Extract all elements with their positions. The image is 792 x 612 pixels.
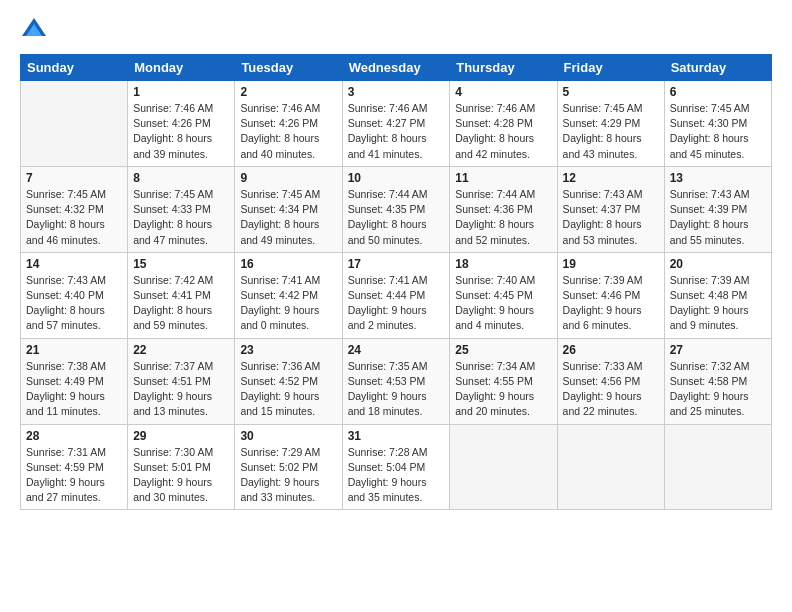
calendar-cell: 15Sunrise: 7:42 AMSunset: 4:41 PMDayligh…	[128, 252, 235, 338]
day-number: 24	[348, 343, 445, 357]
calendar-cell: 21Sunrise: 7:38 AMSunset: 4:49 PMDayligh…	[21, 338, 128, 424]
calendar-cell: 23Sunrise: 7:36 AMSunset: 4:52 PMDayligh…	[235, 338, 342, 424]
day-info: Sunrise: 7:44 AMSunset: 4:36 PMDaylight:…	[455, 187, 551, 248]
day-info: Sunrise: 7:46 AMSunset: 4:26 PMDaylight:…	[240, 101, 336, 162]
day-number: 18	[455, 257, 551, 271]
day-info: Sunrise: 7:32 AMSunset: 4:58 PMDaylight:…	[670, 359, 766, 420]
calendar-cell: 26Sunrise: 7:33 AMSunset: 4:56 PMDayligh…	[557, 338, 664, 424]
weekday-monday: Monday	[128, 55, 235, 81]
calendar-cell: 16Sunrise: 7:41 AMSunset: 4:42 PMDayligh…	[235, 252, 342, 338]
day-info: Sunrise: 7:43 AMSunset: 4:39 PMDaylight:…	[670, 187, 766, 248]
calendar-cell: 12Sunrise: 7:43 AMSunset: 4:37 PMDayligh…	[557, 166, 664, 252]
day-number: 13	[670, 171, 766, 185]
calendar-cell: 6Sunrise: 7:45 AMSunset: 4:30 PMDaylight…	[664, 81, 771, 167]
day-number: 19	[563, 257, 659, 271]
day-info: Sunrise: 7:39 AMSunset: 4:48 PMDaylight:…	[670, 273, 766, 334]
calendar-cell: 4Sunrise: 7:46 AMSunset: 4:28 PMDaylight…	[450, 81, 557, 167]
day-info: Sunrise: 7:46 AMSunset: 4:26 PMDaylight:…	[133, 101, 229, 162]
day-info: Sunrise: 7:36 AMSunset: 4:52 PMDaylight:…	[240, 359, 336, 420]
day-info: Sunrise: 7:45 AMSunset: 4:33 PMDaylight:…	[133, 187, 229, 248]
calendar-cell: 31Sunrise: 7:28 AMSunset: 5:04 PMDayligh…	[342, 424, 450, 510]
day-number: 9	[240, 171, 336, 185]
calendar-cell: 8Sunrise: 7:45 AMSunset: 4:33 PMDaylight…	[128, 166, 235, 252]
day-number: 5	[563, 85, 659, 99]
day-number: 1	[133, 85, 229, 99]
calendar-cell: 24Sunrise: 7:35 AMSunset: 4:53 PMDayligh…	[342, 338, 450, 424]
calendar-cell: 14Sunrise: 7:43 AMSunset: 4:40 PMDayligh…	[21, 252, 128, 338]
calendar-cell: 20Sunrise: 7:39 AMSunset: 4:48 PMDayligh…	[664, 252, 771, 338]
week-row-5: 28Sunrise: 7:31 AMSunset: 4:59 PMDayligh…	[21, 424, 772, 510]
day-number: 21	[26, 343, 122, 357]
calendar-cell: 5Sunrise: 7:45 AMSunset: 4:29 PMDaylight…	[557, 81, 664, 167]
calendar-cell: 1Sunrise: 7:46 AMSunset: 4:26 PMDaylight…	[128, 81, 235, 167]
day-number: 11	[455, 171, 551, 185]
day-number: 22	[133, 343, 229, 357]
day-number: 26	[563, 343, 659, 357]
day-number: 31	[348, 429, 445, 443]
day-info: Sunrise: 7:37 AMSunset: 4:51 PMDaylight:…	[133, 359, 229, 420]
weekday-wednesday: Wednesday	[342, 55, 450, 81]
weekday-sunday: Sunday	[21, 55, 128, 81]
calendar-cell	[450, 424, 557, 510]
weekday-saturday: Saturday	[664, 55, 771, 81]
day-info: Sunrise: 7:29 AMSunset: 5:02 PMDaylight:…	[240, 445, 336, 506]
calendar-cell: 28Sunrise: 7:31 AMSunset: 4:59 PMDayligh…	[21, 424, 128, 510]
day-number: 4	[455, 85, 551, 99]
weekday-thursday: Thursday	[450, 55, 557, 81]
day-number: 15	[133, 257, 229, 271]
day-info: Sunrise: 7:40 AMSunset: 4:45 PMDaylight:…	[455, 273, 551, 334]
header	[20, 16, 772, 44]
day-info: Sunrise: 7:38 AMSunset: 4:49 PMDaylight:…	[26, 359, 122, 420]
weekday-header-row: SundayMondayTuesdayWednesdayThursdayFrid…	[21, 55, 772, 81]
day-info: Sunrise: 7:44 AMSunset: 4:35 PMDaylight:…	[348, 187, 445, 248]
week-row-4: 21Sunrise: 7:38 AMSunset: 4:49 PMDayligh…	[21, 338, 772, 424]
calendar-table: SundayMondayTuesdayWednesdayThursdayFrid…	[20, 54, 772, 510]
calendar-cell: 10Sunrise: 7:44 AMSunset: 4:35 PMDayligh…	[342, 166, 450, 252]
calendar-cell: 13Sunrise: 7:43 AMSunset: 4:39 PMDayligh…	[664, 166, 771, 252]
day-info: Sunrise: 7:45 AMSunset: 4:32 PMDaylight:…	[26, 187, 122, 248]
day-number: 30	[240, 429, 336, 443]
day-info: Sunrise: 7:35 AMSunset: 4:53 PMDaylight:…	[348, 359, 445, 420]
day-number: 10	[348, 171, 445, 185]
day-number: 12	[563, 171, 659, 185]
day-number: 25	[455, 343, 551, 357]
day-number: 27	[670, 343, 766, 357]
calendar-cell: 27Sunrise: 7:32 AMSunset: 4:58 PMDayligh…	[664, 338, 771, 424]
week-row-3: 14Sunrise: 7:43 AMSunset: 4:40 PMDayligh…	[21, 252, 772, 338]
calendar-cell: 29Sunrise: 7:30 AMSunset: 5:01 PMDayligh…	[128, 424, 235, 510]
calendar-cell: 17Sunrise: 7:41 AMSunset: 4:44 PMDayligh…	[342, 252, 450, 338]
day-info: Sunrise: 7:45 AMSunset: 4:29 PMDaylight:…	[563, 101, 659, 162]
day-info: Sunrise: 7:39 AMSunset: 4:46 PMDaylight:…	[563, 273, 659, 334]
day-number: 8	[133, 171, 229, 185]
day-info: Sunrise: 7:45 AMSunset: 4:30 PMDaylight:…	[670, 101, 766, 162]
day-info: Sunrise: 7:34 AMSunset: 4:55 PMDaylight:…	[455, 359, 551, 420]
week-row-2: 7Sunrise: 7:45 AMSunset: 4:32 PMDaylight…	[21, 166, 772, 252]
logo	[20, 16, 50, 44]
calendar-cell: 18Sunrise: 7:40 AMSunset: 4:45 PMDayligh…	[450, 252, 557, 338]
calendar-cell: 11Sunrise: 7:44 AMSunset: 4:36 PMDayligh…	[450, 166, 557, 252]
day-number: 20	[670, 257, 766, 271]
day-info: Sunrise: 7:33 AMSunset: 4:56 PMDaylight:…	[563, 359, 659, 420]
day-info: Sunrise: 7:43 AMSunset: 4:40 PMDaylight:…	[26, 273, 122, 334]
calendar-cell	[21, 81, 128, 167]
week-row-1: 1Sunrise: 7:46 AMSunset: 4:26 PMDaylight…	[21, 81, 772, 167]
day-number: 29	[133, 429, 229, 443]
calendar-cell: 7Sunrise: 7:45 AMSunset: 4:32 PMDaylight…	[21, 166, 128, 252]
day-number: 7	[26, 171, 122, 185]
day-info: Sunrise: 7:28 AMSunset: 5:04 PMDaylight:…	[348, 445, 445, 506]
calendar-cell: 9Sunrise: 7:45 AMSunset: 4:34 PMDaylight…	[235, 166, 342, 252]
page: SundayMondayTuesdayWednesdayThursdayFrid…	[0, 0, 792, 612]
calendar-cell: 22Sunrise: 7:37 AMSunset: 4:51 PMDayligh…	[128, 338, 235, 424]
weekday-friday: Friday	[557, 55, 664, 81]
day-number: 2	[240, 85, 336, 99]
day-number: 17	[348, 257, 445, 271]
calendar-cell: 19Sunrise: 7:39 AMSunset: 4:46 PMDayligh…	[557, 252, 664, 338]
day-number: 23	[240, 343, 336, 357]
calendar-cell: 3Sunrise: 7:46 AMSunset: 4:27 PMDaylight…	[342, 81, 450, 167]
day-number: 6	[670, 85, 766, 99]
day-number: 14	[26, 257, 122, 271]
calendar-cell: 30Sunrise: 7:29 AMSunset: 5:02 PMDayligh…	[235, 424, 342, 510]
day-info: Sunrise: 7:45 AMSunset: 4:34 PMDaylight:…	[240, 187, 336, 248]
calendar-cell: 25Sunrise: 7:34 AMSunset: 4:55 PMDayligh…	[450, 338, 557, 424]
day-info: Sunrise: 7:41 AMSunset: 4:42 PMDaylight:…	[240, 273, 336, 334]
